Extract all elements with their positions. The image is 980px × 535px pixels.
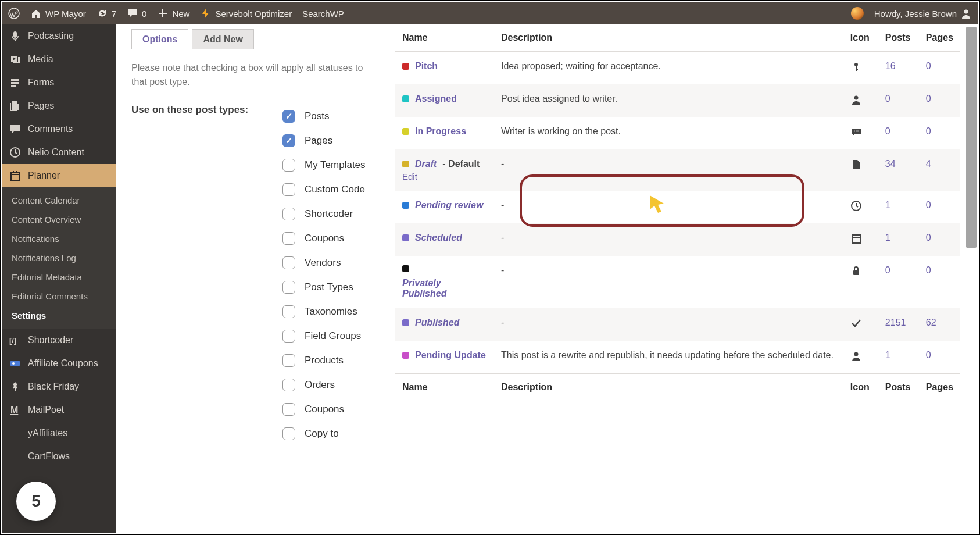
my-account[interactable]: Howdy, Jessie Brown xyxy=(874,8,972,19)
posts-count[interactable]: 16 xyxy=(885,61,896,71)
post-type-my-templates[interactable]: My Templates xyxy=(282,153,380,177)
post-type-vendors[interactable]: Vendors xyxy=(282,251,380,275)
submenu-item-editorial-comments[interactable]: Editorial Comments xyxy=(2,287,116,306)
post-type-custom-code[interactable]: Custom Code xyxy=(282,177,380,202)
tab-add-new[interactable]: Add New xyxy=(192,29,253,49)
status-name[interactable]: Privately Published xyxy=(402,265,487,299)
post-type-coupons[interactable]: Coupons xyxy=(282,226,380,251)
th-desc[interactable]: Description xyxy=(494,24,843,52)
post-type-products[interactable]: Products xyxy=(282,348,380,373)
table-row[interactable]: In ProgressWriter is working on the post… xyxy=(395,117,960,149)
comments-ab[interactable]: 0 xyxy=(127,8,146,19)
post-type-checkbox[interactable] xyxy=(282,403,295,416)
table-row[interactable]: Pending UpdateThis post is a rewrite and… xyxy=(395,341,960,374)
table-row[interactable]: Privately Published-00 xyxy=(395,256,960,308)
submenu-item-content-calendar[interactable]: Content Calendar xyxy=(2,191,116,210)
th-name[interactable]: Name xyxy=(395,24,494,52)
status-name[interactable]: Pending Update xyxy=(402,350,487,361)
pages-count[interactable]: 0 xyxy=(926,200,931,210)
status-name[interactable]: Published xyxy=(402,318,487,328)
posts-count[interactable]: 1 xyxy=(885,200,890,210)
posts-count[interactable]: 34 xyxy=(885,159,896,169)
table-row[interactable]: PitchIdea proposed; waiting for acceptan… xyxy=(395,52,960,85)
updates[interactable]: 7 xyxy=(96,8,116,19)
th-icon[interactable]: Icon xyxy=(843,24,878,52)
pages-count[interactable]: 0 xyxy=(926,350,931,360)
post-type-checkbox[interactable] xyxy=(282,134,295,147)
posts-count[interactable]: 1 xyxy=(885,350,890,360)
submenu-item-editorial-metadata[interactable]: Editorial Metadata xyxy=(2,268,116,287)
post-type-field-groups[interactable]: Field Groups xyxy=(282,324,380,348)
status-name[interactable]: In Progress xyxy=(402,126,487,137)
post-type-taxonomies[interactable]: Taxonomies xyxy=(282,299,380,324)
table-row[interactable]: Draft - DefaultEdit-344 xyxy=(395,149,960,191)
pages-count[interactable]: 0 xyxy=(926,233,931,242)
pages-count[interactable]: 0 xyxy=(926,61,931,71)
status-name[interactable]: Assigned xyxy=(402,94,487,104)
pages-count[interactable]: 0 xyxy=(926,126,931,136)
sidebar-item-shortcoder[interactable]: [/]Shortcoder xyxy=(2,329,116,352)
post-type-checkbox[interactable] xyxy=(282,256,295,269)
pages-count[interactable]: 62 xyxy=(926,318,936,327)
post-type-checkbox[interactable] xyxy=(282,110,295,123)
pages-count[interactable]: 0 xyxy=(926,94,931,104)
site-name[interactable]: WP Mayor xyxy=(30,8,86,19)
posts-count[interactable]: 0 xyxy=(885,126,890,136)
post-type-checkbox[interactable] xyxy=(282,305,295,318)
wp-logo[interactable] xyxy=(8,8,20,19)
post-type-shortcoder[interactable]: Shortcoder xyxy=(282,202,380,226)
posts-count[interactable]: 2151 xyxy=(885,318,906,327)
post-type-copy-to[interactable]: Copy to xyxy=(282,422,380,446)
table-row[interactable]: Scheduled-10 xyxy=(395,223,960,256)
searchwp[interactable]: SearchWP xyxy=(302,9,344,19)
post-type-checkbox[interactable] xyxy=(282,354,295,367)
tab-options[interactable]: Options xyxy=(131,29,188,49)
sidebar-item-nelio-content[interactable]: Nelio Content xyxy=(2,141,116,164)
scrollbar[interactable] xyxy=(966,27,977,248)
submenu-item-content-overview[interactable]: Content Overview xyxy=(2,210,116,229)
sidebar-item-yaffiliates[interactable]: yAffiliates xyxy=(2,422,116,445)
sidebar-item-media[interactable]: Media xyxy=(2,48,116,71)
sidebar-item-pages[interactable]: Pages xyxy=(2,94,116,117)
submenu-item-notifications-log[interactable]: Notifications Log xyxy=(2,248,116,268)
new-content[interactable]: New xyxy=(157,8,189,19)
table-row[interactable]: Pending review-10 xyxy=(395,191,960,223)
th-posts[interactable]: Posts xyxy=(878,24,919,52)
posts-count[interactable]: 1 xyxy=(885,233,890,242)
pages-count[interactable]: 4 xyxy=(926,159,931,169)
post-type-checkbox[interactable] xyxy=(282,159,295,172)
status-name[interactable]: Draft - Default xyxy=(402,159,487,169)
post-type-checkbox[interactable] xyxy=(282,232,295,245)
post-type-checkbox[interactable] xyxy=(282,183,295,196)
post-type-checkbox[interactable] xyxy=(282,379,295,391)
posts-count[interactable]: 0 xyxy=(885,94,890,104)
post-type-pages[interactable]: Pages xyxy=(282,129,380,153)
post-type-post-types[interactable]: Post Types xyxy=(282,275,380,299)
post-type-checkbox[interactable] xyxy=(282,281,295,294)
edit-link[interactable]: Edit xyxy=(402,172,487,181)
sidebar-item-mailpoet[interactable]: MMailPoet xyxy=(2,398,116,422)
status-name[interactable]: Scheduled xyxy=(402,233,487,243)
post-type-checkbox[interactable] xyxy=(282,330,295,343)
table-row[interactable]: Published-215162 xyxy=(395,308,960,341)
status-name[interactable]: Pending review xyxy=(402,200,487,211)
sidebar-item-forms[interactable]: Forms xyxy=(2,71,116,94)
posts-count[interactable]: 0 xyxy=(885,265,890,275)
submenu-item-settings[interactable]: Settings xyxy=(2,306,116,325)
sidebar-item-affiliate-coupons[interactable]: Affiliate Coupons xyxy=(2,352,116,375)
sidebar-item-podcasting[interactable]: Podcasting xyxy=(2,24,116,48)
post-type-orders[interactable]: Orders xyxy=(282,373,380,397)
sidebar-item-cartflows[interactable]: CartFlows xyxy=(2,445,116,468)
table-row[interactable]: AssignedPost idea assigned to writer.00 xyxy=(395,84,960,117)
submenu-item-notifications[interactable]: Notifications xyxy=(2,229,116,248)
account-avatar[interactable] xyxy=(851,7,864,20)
post-type-checkbox[interactable] xyxy=(282,208,295,220)
sidebar-item-comments[interactable]: Comments xyxy=(2,117,116,141)
sidebar-item-planner[interactable]: Planner xyxy=(2,164,116,187)
status-name[interactable]: Pitch xyxy=(402,61,487,72)
post-type-posts[interactable]: Posts xyxy=(282,104,380,129)
th-pages[interactable]: Pages xyxy=(919,24,960,52)
servebolt[interactable]: Servebolt Optimizer xyxy=(200,8,292,19)
floating-badge[interactable]: 5 xyxy=(16,482,56,521)
post-type-coupons[interactable]: Coupons xyxy=(282,397,380,422)
